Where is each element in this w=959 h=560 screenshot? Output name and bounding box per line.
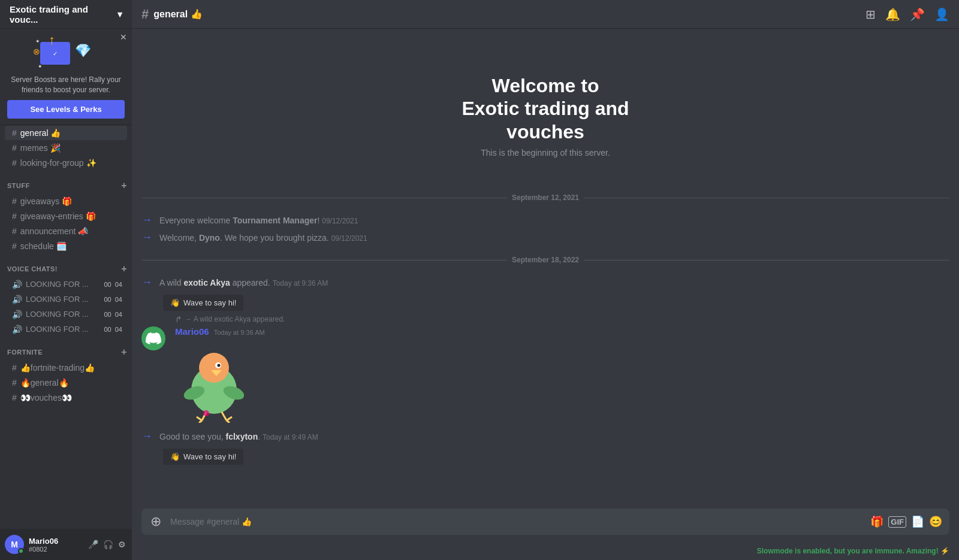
hash-icon: # <box>12 143 17 153</box>
divider-line <box>584 260 949 261</box>
sidebar-item-vc3[interactable]: 🔊 LOOKING FOR ... 00 04 <box>5 307 127 322</box>
hash-icon: # <box>12 128 17 138</box>
hash-icon: # <box>12 378 17 388</box>
see-levels-perks-button[interactable]: See Levels & Perks <box>7 100 125 119</box>
message-author: Mario06 <box>175 326 209 337</box>
bird-gif <box>175 339 253 423</box>
sidebar-item-general[interactable]: # general 👍 ⚙ 👤 <box>5 126 127 140</box>
message-content: Mario06 Today at 9:36 AM <box>175 326 949 425</box>
vc-counts: 00 04 <box>104 296 122 303</box>
message-mario06: Mario06 Today at 9:36 AM <box>132 324 959 428</box>
user-area: M Mario06 #0802 🎤 🎧 ⚙ <box>0 529 132 560</box>
sidebar-item-vc4[interactable]: 🔊 LOOKING FOR ... 00 04 <box>5 322 127 337</box>
channel-header-title: general 👍 <box>153 8 202 20</box>
divider-line <box>141 260 507 261</box>
sidebar-item-giveaways[interactable]: # giveaways 🎁 <box>5 194 127 208</box>
wave-button[interactable]: 👋 Wave to say hi! <box>163 295 243 311</box>
hash-icon: # <box>12 363 17 373</box>
system-text: Good to see you, fclxyton. Today at 9:49… <box>159 432 318 441</box>
add-channel-icon[interactable]: + <box>121 347 127 358</box>
add-channel-icon[interactable]: + <box>121 264 127 274</box>
welcome-subtitle: This is the beginning of this server. <box>144 148 947 158</box>
svg-line-12 <box>227 420 230 423</box>
sidebar-item-general-fortnite[interactable]: # 🔥general🔥 <box>5 376 127 390</box>
sidebar-item-announcement[interactable]: # announcement 📣 <box>5 224 127 238</box>
channel-name: schedule 🗓️ <box>20 241 122 251</box>
threads-icon[interactable]: ⊞ <box>865 7 876 22</box>
channel-name: giveaways 🎁 <box>20 196 122 206</box>
wave-button-container: 👋 Wave to say hi! <box>132 291 959 313</box>
channel-name: looking-for-group ✨ <box>20 158 122 168</box>
speaker-icon: 🔊 <box>12 310 22 319</box>
sidebar-item-memes[interactable]: # memes 🎉 <box>5 141 127 155</box>
vc-name: LOOKING FOR ... <box>26 280 100 289</box>
category-stuff[interactable]: STUFF + <box>0 171 132 193</box>
settings-icon[interactable]: ⚙ <box>104 129 111 137</box>
svg-line-11 <box>227 417 232 420</box>
messages-area[interactable]: Welcome toExotic trading andvouches This… <box>132 29 959 508</box>
arrow-icon: → <box>141 276 152 289</box>
vc-name: LOOKING FOR ... <box>26 310 100 319</box>
sticker-icon[interactable]: 📄 <box>911 515 924 528</box>
vc-counts: 00 04 <box>104 281 122 288</box>
user-discriminator: #0802 <box>29 546 82 553</box>
headphones-icon[interactable]: 🎧 <box>102 538 114 550</box>
boost-banner: ✕ ✓ ↑ 💎 ✦ ✦ ⊗ Server Boosts are here! Ra… <box>0 29 132 125</box>
divider-line <box>584 198 949 198</box>
arrow-icon: → <box>141 214 152 226</box>
pin-icon[interactable]: 📌 <box>910 7 925 22</box>
date-divider-sept12: September 12, 2021 <box>141 193 949 202</box>
notification-icon[interactable]: 🔔 <box>885 7 900 22</box>
welcome-title: Welcome toExotic trading andvouches <box>144 74 947 143</box>
header-actions: ⊞ 🔔 📌 👤 <box>865 7 949 22</box>
vc-name: LOOKING FOR ... <box>26 325 100 334</box>
svg-line-10 <box>222 412 227 420</box>
sidebar-item-fortnite-trading[interactable]: # 👍fortnite-trading👍 <box>5 361 127 375</box>
message-timestamp: Today at 9:36 AM <box>214 329 265 336</box>
wave-icon: 👋 <box>170 298 180 307</box>
speaker-icon: 🔊 <box>12 280 22 289</box>
add-channel-icon[interactable]: + <box>121 180 127 191</box>
hash-icon: # <box>12 158 17 168</box>
user-info: Mario06 #0802 <box>29 537 82 553</box>
gift-icon[interactable]: 🎁 <box>870 515 883 528</box>
sidebar-item-giveaway-entries[interactable]: # giveaway-entries 🎁 <box>5 209 127 223</box>
category-label: STUFF <box>7 182 30 189</box>
gif-icon[interactable]: GIF <box>888 516 906 528</box>
speaker-icon: 🔊 <box>12 325 22 334</box>
message-input[interactable] <box>170 511 863 532</box>
input-area: ⊕ 🎁 GIF 📄 😊 <box>132 508 959 544</box>
reply-text: → A wild exotic Akya appeared. <box>185 315 285 323</box>
date-divider-sept18: September 18, 2022 <box>141 256 949 264</box>
sidebar-item-vouches[interactable]: # 👀vouches👀 <box>5 391 127 405</box>
members-icon[interactable]: 👤 <box>934 7 949 22</box>
channel-name: 👍fortnite-trading👍 <box>20 363 122 373</box>
wave-button-container2: 👋 Wave to say hi! <box>132 445 959 467</box>
avatar <box>141 326 165 350</box>
sidebar-item-vc1[interactable]: 🔊 LOOKING FOR ... 00 04 <box>5 277 127 292</box>
person-icon[interactable]: 👤 <box>113 129 122 137</box>
category-voice[interactable]: VOICE CHATS! + <box>0 254 132 277</box>
emoji-icon[interactable]: 😊 <box>929 515 942 528</box>
wave-button-2[interactable]: 👋 Wave to say hi! <box>163 449 243 465</box>
vc-counts: 00 04 <box>104 326 122 333</box>
microphone-icon[interactable]: 🎤 <box>87 538 99 550</box>
sidebar-item-looking-for-group[interactable]: # looking-for-group ✨ <box>5 156 127 170</box>
server-header[interactable]: Exotic trading and vouc... ▾ <box>0 0 132 29</box>
channel-name: announcement 📣 <box>20 226 122 236</box>
vc-counts: 00 04 <box>104 311 122 318</box>
channel-header-left: # general 👍 <box>141 7 203 22</box>
category-fortnite[interactable]: FORTNITE + <box>0 337 132 360</box>
add-file-button[interactable]: ⊕ <box>149 514 163 529</box>
welcome-section: Welcome toExotic trading andvouches This… <box>132 38 959 184</box>
svg-point-13 <box>203 410 209 416</box>
channel-name: general 👍 <box>20 128 101 138</box>
settings-icon[interactable]: ⚙ <box>117 538 127 550</box>
sidebar-item-vc2[interactable]: 🔊 LOOKING FOR ... 00 04 <box>5 292 127 307</box>
reply-context: ↱ → A wild exotic Akya appeared. <box>132 313 959 324</box>
sidebar-item-schedule[interactable]: # schedule 🗓️ <box>5 239 127 253</box>
message-input-box: ⊕ 🎁 GIF 📄 😊 <box>141 508 949 535</box>
date-label: September 18, 2022 <box>512 256 579 264</box>
system-message: → Everyone welcome Tournament Manager! 0… <box>132 211 959 229</box>
channel-name: giveaway-entries 🎁 <box>20 211 122 221</box>
